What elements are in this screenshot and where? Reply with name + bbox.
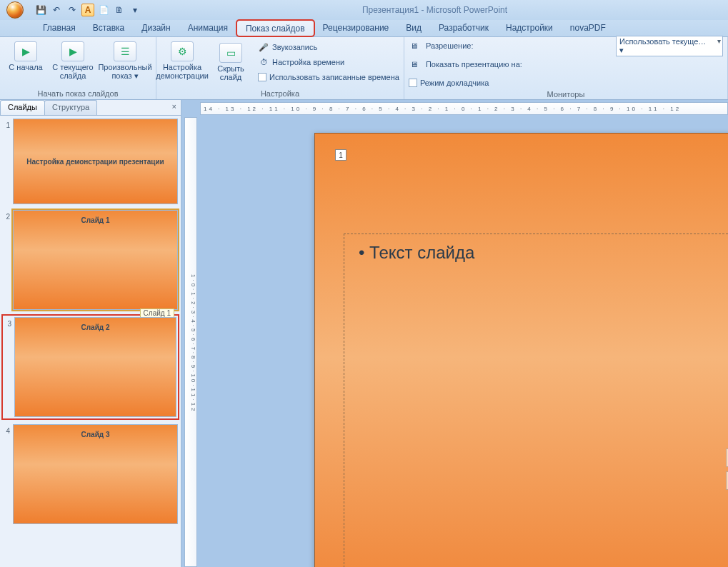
group-setup-label: Настройка (261, 89, 299, 99)
qat-more-icon[interactable]: ▾ (129, 4, 141, 16)
tab-addins[interactable]: Надстройки (497, 20, 562, 36)
save-icon[interactable]: 💾 (34, 4, 47, 16)
ribbon-tabs: Главная Вставка Дизайн Анимация Показ сл… (0, 20, 728, 37)
thumbnail-row[interactable]: 3 Слайд 2 (3, 316, 178, 418)
redo-icon[interactable]: ↷ (66, 4, 79, 16)
group-setup: ⚙ Настройка демонстрации ▭ Скрыть слайд … (156, 37, 404, 99)
undo-icon[interactable]: ↶ (50, 4, 63, 16)
thumbnail-row[interactable]: 4 Слайд 3 (3, 424, 178, 524)
slide-title[interactable]: Слайд 2 (344, 162, 728, 196)
use-timings-checkbox[interactable]: Использовать записанные времена (258, 70, 399, 84)
resolution-label: Разрешение: (426, 41, 474, 50)
monitor-icon: 🖥 (409, 40, 420, 51)
slide-number: 4 (3, 424, 10, 524)
slide-number: 2 (3, 210, 10, 310)
mic-icon: 🎤 (258, 41, 269, 53)
qat-new-icon[interactable]: 🗎 (113, 4, 126, 16)
resolution-select[interactable]: Использовать текуще… ▾ (616, 36, 723, 56)
quick-access-toolbar: 💾 ↶ ↷ A 📄 🗎 ▾ (30, 4, 141, 16)
thumbnail-row[interactable]: 1 Настройка демонстрации презентации (3, 119, 178, 204)
group-monitors: 🖥 Разрешение: Использовать текуще… ▾ 🖥 П… (404, 37, 728, 99)
window-title: Презентация1 - Microsoft PowerPoint (141, 5, 728, 15)
slide-canvas[interactable]: 1 Слайд 2 Текст слайда ▦ 📊 ▶ 🖼 👤 🎞 (314, 133, 728, 567)
slide-thumbnail[interactable]: Слайд 2 (14, 317, 176, 417)
ribbon: ▶ С начала ▶ С текущего слайда ☰ Произво… (0, 37, 728, 100)
play-icon: ▶ (14, 41, 37, 61)
panel-close-button[interactable]: × (168, 100, 181, 115)
thumbnail-row[interactable]: 2 Слайд 1 Слайд 1 (3, 210, 178, 310)
slide-thumbnail[interactable]: Настройка демонстрации презентации (13, 119, 178, 204)
record-narration-button[interactable]: 🎤 Звукозапись (258, 40, 399, 54)
qat-a-button[interactable]: A (81, 4, 94, 16)
tab-view[interactable]: Вид (397, 20, 430, 36)
panel-tab-slides[interactable]: Слайды (0, 100, 45, 115)
hide-slide-button[interactable]: ▭ Скрыть слайд (209, 40, 252, 81)
setup-icon: ⚙ (171, 41, 194, 61)
group-start-slideshow: ▶ С начала ▶ С текущего слайда ☰ Произво… (0, 37, 156, 99)
horizontal-ruler: 14 · 13 · 12 · 11 · 10 · 9 · 8 · 7 · 6 ·… (200, 102, 728, 115)
slide-thumbnail[interactable]: Слайд 1 Слайд 1 (13, 210, 178, 310)
monitor2-icon: 🖥 (409, 59, 420, 70)
tab-novapdf[interactable]: novaPDF (562, 20, 614, 36)
slides-panel: Слайды Структура × 1 Настройка демонстра… (0, 100, 181, 567)
page-number-box: 1 (335, 149, 346, 161)
title-bar: 💾 ↶ ↷ A 📄 🗎 ▾ Презентация1 - Microsoft P… (0, 0, 728, 20)
checkbox-icon (409, 79, 417, 87)
play-current-icon: ▶ (61, 41, 84, 61)
group-start-label: Начать показ слайдов (37, 89, 118, 99)
tab-slideshow[interactable]: Показ слайдов (236, 20, 314, 36)
panel-tabs: Слайды Структура × (0, 100, 181, 116)
group-monitors-label: Мониторы (547, 90, 585, 100)
thumbnails-list: 1 Настройка демонстрации презентации 2 С… (0, 116, 181, 567)
custom-show-icon: ☰ (114, 41, 136, 61)
office-button[interactable] (0, 0, 30, 20)
clock-icon: ⏱ (258, 56, 269, 68)
vertical-ruler: 1·0·1·2·3·4·5·6·7·8·9·10·11·12 (184, 117, 197, 567)
tab-animation[interactable]: Анимация (179, 20, 236, 36)
presenter-view-checkbox[interactable]: Режим докладчика (409, 76, 489, 90)
qat-doc-icon[interactable]: 📄 (97, 4, 110, 16)
tab-home[interactable]: Главная (34, 20, 84, 36)
slide-thumbnail[interactable]: Слайд 3 (13, 424, 178, 524)
slide-number: 1 (3, 119, 10, 204)
setup-show-button[interactable]: ⚙ Настройка демонстрации (161, 39, 204, 80)
from-beginning-button[interactable]: ▶ С начала (4, 39, 47, 71)
rehearse-timings-button[interactable]: ⏱ Настройка времени (258, 55, 399, 69)
show-on-label: Показать презентацию на: (426, 60, 522, 69)
workspace: Слайды Структура × 1 Настройка демонстра… (0, 100, 728, 567)
slide-body-placeholder[interactable]: Текст слайда ▦ 📊 ▶ 🖼 👤 🎞 (344, 234, 728, 567)
tab-review[interactable]: Рецензирование (314, 20, 398, 36)
checkbox-icon (258, 73, 266, 81)
hide-slide-icon: ▭ (219, 43, 242, 63)
edit-area: 14 · 13 · 12 · 11 · 10 · 9 · 8 · 7 · 6 ·… (181, 100, 728, 567)
bullet-text[interactable]: Текст слайда (359, 243, 728, 263)
tab-developer[interactable]: Разработчик (430, 20, 497, 36)
slide-number: 3 (4, 317, 11, 417)
custom-show-button[interactable]: ☰ Произвольный показ ▾ (99, 39, 151, 80)
tab-insert[interactable]: Вставка (84, 20, 134, 36)
panel-tab-outline[interactable]: Структура (44, 100, 97, 115)
tab-design[interactable]: Дизайн (133, 20, 179, 36)
from-current-button[interactable]: ▶ С текущего слайда (51, 39, 94, 80)
